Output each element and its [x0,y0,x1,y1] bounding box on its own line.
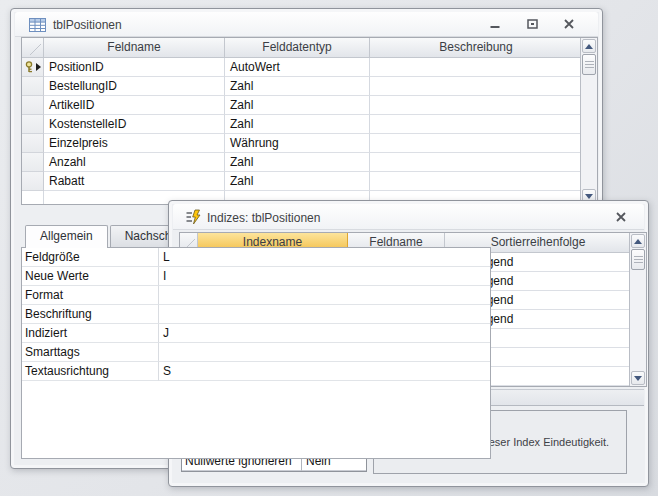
dialog-title: Indizes: tblPositionen [207,211,320,225]
field-name-cell[interactable]: Einzelpreis [44,134,225,153]
field-properties-pane: Feldgröße L Neue Werte I Format Beschrif… [21,247,491,459]
row-selector[interactable] [22,77,44,96]
scroll-up-button[interactable] [631,234,645,248]
field-type-cell[interactable]: Zahl [225,172,370,191]
property-value[interactable] [159,305,490,324]
row-selector[interactable] [22,172,44,191]
field-name-cell[interactable]: PositionID [44,58,225,77]
thumb-grip-icon [585,61,594,68]
restore-icon [526,18,539,30]
property-label: Format [22,286,159,305]
field-desc-cell[interactable] [370,172,582,191]
property-label: Smarttags [22,343,159,362]
dialog-titlebar[interactable]: Indizes: tblPositionen [173,204,644,230]
property-label: Neue Werte [22,267,159,286]
close-button[interactable] [562,17,576,31]
scroll-up-button[interactable] [582,39,596,53]
property-value[interactable]: S [159,362,490,381]
row-selector[interactable] [22,153,44,172]
scroll-up-icon [634,239,642,244]
property-value[interactable] [159,286,490,305]
property-row: Textausrichtung S [22,362,490,381]
primary-key-icon [24,61,35,73]
field-row: ArtikelID Zahl [22,96,582,115]
property-row: Smarttags [22,343,490,362]
property-label: Beschriftung [22,305,159,324]
field-grid: Feldname Felddatentyp Beschreibung [21,37,598,205]
row-selector[interactable] [22,134,44,153]
property-label: Feldgröße [22,248,159,267]
index-grid-scrollbar[interactable] [629,233,646,386]
row-selector[interactable] [22,96,44,115]
field-row: BestellungID Zahl [22,77,582,96]
field-name-cell[interactable]: BestellungID [44,77,225,96]
field-type-cell[interactable]: AutoWert [225,58,370,77]
minimize-button[interactable] [488,17,502,31]
field-type-cell[interactable]: Zahl [225,115,370,134]
field-row: KostenstelleID Zahl [22,115,582,134]
field-grid-scrollbar[interactable] [580,38,597,204]
property-value[interactable]: L [159,248,490,267]
field-desc-cell[interactable] [370,58,582,77]
row-selector[interactable] [22,115,44,134]
property-value[interactable] [159,343,490,362]
field-desc-cell[interactable] [370,115,582,134]
tab-allgemein[interactable]: Allgemein [25,225,108,248]
property-label: Indiziert [22,324,159,343]
table-icon [29,17,46,33]
column-header-beschreibung[interactable]: Beschreibung [370,38,582,58]
field-name-cell[interactable]: Anzahl [44,153,225,172]
thumb-grip-icon [634,256,643,263]
field-desc-cell[interactable] [370,153,582,172]
field-row: Rabatt Zahl [22,172,582,191]
field-name-cell[interactable]: Rabatt [44,172,225,191]
property-row: Indiziert J [22,324,490,343]
scrollbar-thumb[interactable] [582,54,596,75]
close-icon [563,18,575,30]
minimize-icon [489,18,501,30]
field-type-cell[interactable]: Zahl [225,77,370,96]
row-selector[interactable] [22,58,44,77]
field-name-cell[interactable]: ArtikelID [44,96,225,115]
field-desc-cell[interactable] [370,134,582,153]
property-row: Neue Werte I [22,267,490,286]
property-row: Beschriftung [22,305,490,324]
field-row: Anzahl Zahl [22,153,582,172]
field-name-cell[interactable]: KostenstelleID [44,115,225,134]
field-row: PositionID AutoWert [22,58,582,77]
field-desc-cell[interactable] [370,77,582,96]
property-row: Format [22,286,490,305]
scroll-up-icon [585,44,593,49]
property-label: Textausrichtung [22,362,159,381]
column-header-feldname[interactable]: Feldname [44,38,225,58]
field-type-cell[interactable]: Zahl [225,153,370,172]
dialog-close-button[interactable] [614,210,628,224]
field-type-cell[interactable]: Währung [225,134,370,153]
scroll-down-icon [634,376,642,381]
property-value[interactable]: J [159,324,490,343]
main-window-titlebar[interactable]: tblPositionen [15,12,598,37]
column-header-felddatentyp[interactable]: Felddatentyp [225,38,370,58]
close-icon [615,211,627,223]
property-value[interactable]: I [159,267,490,286]
field-grid-header: Feldname Felddatentyp Beschreibung [22,38,582,58]
main-window-title: tblPositionen [53,18,122,32]
property-row: Feldgröße L [22,248,490,267]
field-grid-corner-cell[interactable] [22,38,44,58]
scroll-down-button[interactable] [631,371,645,385]
field-desc-cell[interactable] [370,96,582,115]
scroll-down-icon [585,194,593,199]
restore-button[interactable] [525,17,539,31]
field-row: Einzelpreis Währung [22,134,582,153]
field-type-cell[interactable]: Zahl [225,96,370,115]
indexes-icon [185,209,202,225]
current-row-arrow-icon [36,63,41,71]
scrollbar-thumb[interactable] [631,249,645,270]
